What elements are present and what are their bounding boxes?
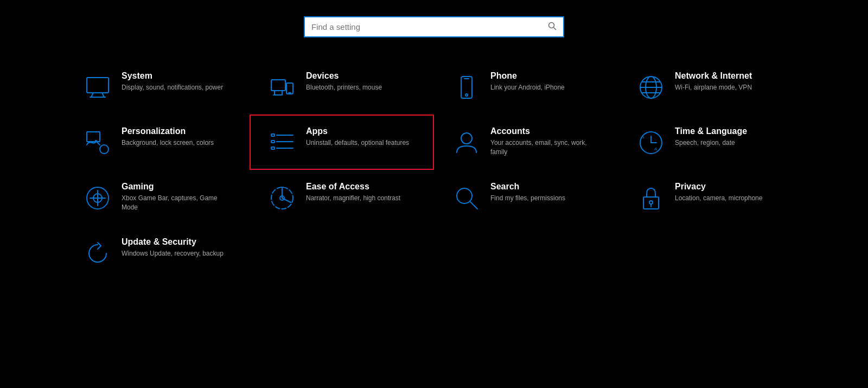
search-input[interactable]: [311, 22, 548, 31]
personalization-text: Personalization Background, lock screen,…: [122, 126, 214, 148]
devices-text: Devices Bluetooth, printers, mouse: [306, 71, 382, 92]
accounts-icon: [451, 128, 482, 158]
devices-icon: [267, 72, 297, 103]
svg-point-27: [461, 133, 472, 144]
search-title: Search: [490, 182, 565, 192]
privacy-title: Privacy: [675, 182, 762, 192]
setting-item-devices[interactable]: Devices Bluetooth, printers, mouse: [250, 59, 434, 115]
phone-icon: [451, 72, 482, 103]
setting-item-phone[interactable]: Phone Link your Android, iPhone: [434, 59, 618, 115]
settings-grid: System Display, sound, notifications, po…: [54, 59, 814, 281]
system-desc: Display, sound, notifications, power: [122, 83, 223, 92]
svg-line-40: [470, 201, 477, 209]
setting-item-personalization[interactable]: Personalization Background, lock screen,…: [65, 115, 250, 170]
svg-rect-23: [271, 141, 275, 143]
accounts-text: Accounts Your accounts, email, sync, wor…: [490, 126, 601, 157]
svg-line-4: [102, 93, 104, 97]
privacy-desc: Location, camera, microphone: [675, 194, 762, 203]
ease-icon: [267, 183, 297, 213]
svg-line-3: [91, 93, 93, 97]
search-bar: [304, 16, 564, 37]
svg-line-1: [554, 28, 557, 30]
apps-title: Apps: [306, 126, 409, 136]
svg-rect-25: [271, 147, 275, 149]
phone-title: Phone: [490, 71, 565, 81]
apps-icon: [267, 128, 297, 158]
time-title: Time & Language: [675, 126, 747, 136]
gaming-icon: [82, 183, 113, 213]
personalization-icon: [82, 128, 113, 158]
update-title: Update & Security: [122, 237, 224, 247]
setting-item-update[interactable]: Update & Security Windows Update, recove…: [65, 225, 250, 281]
privacy-icon: [636, 183, 666, 213]
system-text: System Display, sound, notifications, po…: [122, 71, 223, 92]
devices-title: Devices: [306, 71, 382, 81]
apps-text: Apps Uninstall, defaults, optional featu…: [306, 126, 409, 148]
setting-item-privacy[interactable]: Privacy Location, camera, microphone: [618, 170, 803, 225]
search-container: [304, 16, 564, 37]
settings-page: System Display, sound, notifications, po…: [0, 0, 868, 388]
setting-item-gaming[interactable]: Gaming Xbox Game Bar, captures, Game Mod…: [65, 170, 250, 225]
phone-desc: Link your Android, iPhone: [490, 83, 565, 92]
svg-point-0: [549, 23, 554, 28]
setting-item-apps[interactable]: Apps Uninstall, defaults, optional featu…: [250, 115, 434, 170]
svg-rect-11: [461, 77, 472, 98]
ease-desc: Narrator, magnifier, high contrast: [306, 194, 400, 203]
gaming-text: Gaming Xbox Game Bar, captures, Game Mod…: [122, 182, 232, 212]
gaming-desc: Xbox Game Bar, captures, Game Mode: [122, 194, 232, 212]
svg-rect-19: [87, 132, 100, 142]
privacy-text: Privacy Location, camera, microphone: [675, 182, 762, 203]
svg-rect-2: [87, 78, 108, 93]
update-icon: [82, 238, 113, 269]
search-icon: [548, 22, 557, 32]
search-icon: [451, 183, 482, 213]
setting-item-accounts[interactable]: Accounts Your accounts, email, sync, wor…: [434, 115, 618, 170]
setting-item-system[interactable]: System Display, sound, notifications, po…: [65, 59, 250, 115]
svg-text:A: A: [654, 147, 657, 151]
search-text: Search Find my files, permissions: [490, 182, 565, 203]
setting-item-search[interactable]: Search Find my files, permissions: [434, 170, 618, 225]
svg-rect-7: [275, 91, 282, 95]
update-desc: Windows Update, recovery, backup: [122, 249, 224, 258]
devices-desc: Bluetooth, printers, mouse: [306, 83, 382, 92]
setting-item-network[interactable]: Network & Internet Wi-Fi, airplane mode,…: [618, 59, 803, 115]
personalization-title: Personalization: [122, 126, 214, 136]
search-desc: Find my files, permissions: [490, 194, 565, 203]
network-text: Network & Internet Wi-Fi, airplane mode,…: [675, 71, 752, 92]
svg-point-20: [100, 145, 108, 154]
system-icon: [82, 72, 113, 103]
update-text: Update & Security Windows Update, recove…: [122, 237, 224, 258]
ease-text: Ease of Access Narrator, magnifier, high…: [306, 182, 400, 203]
apps-desc: Uninstall, defaults, optional features: [306, 138, 409, 148]
time-desc: Speech, region, date: [675, 138, 747, 148]
svg-point-13: [465, 94, 468, 96]
network-icon: [636, 72, 666, 103]
personalization-desc: Background, lock screen, colors: [122, 138, 214, 148]
accounts-title: Accounts: [490, 126, 601, 136]
phone-text: Phone Link your Android, iPhone: [490, 71, 565, 92]
network-title: Network & Internet: [675, 71, 752, 81]
time-text: Time & Language Speech, region, date: [675, 126, 747, 148]
gaming-title: Gaming: [122, 182, 232, 192]
system-title: System: [122, 71, 223, 81]
svg-rect-21: [271, 134, 275, 136]
network-desc: Wi-Fi, airplane mode, VPN: [675, 83, 752, 92]
setting-item-time[interactable]: AA Time & Language Speech, region, date: [618, 115, 803, 170]
svg-rect-6: [271, 80, 285, 91]
svg-text:A: A: [641, 135, 644, 139]
time-icon: AA: [636, 128, 666, 158]
setting-item-ease[interactable]: Ease of Access Narrator, magnifier, high…: [250, 170, 434, 225]
accounts-desc: Your accounts, email, sync, work, family: [490, 138, 601, 157]
ease-title: Ease of Access: [306, 182, 400, 192]
